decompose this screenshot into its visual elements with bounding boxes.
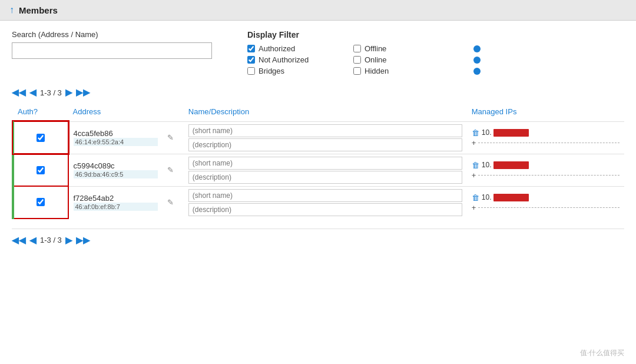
filter-checkbox-offline[interactable] <box>353 45 361 52</box>
pagination-last-arrow[interactable]: ▶▶ <box>76 87 90 98</box>
ip-add-button-1[interactable]: + <box>472 138 476 147</box>
filter-label-offline: Offline <box>365 44 386 53</box>
description-input-2[interactable] <box>188 171 462 184</box>
filter-label-hidden: Hidden <box>365 67 389 75</box>
filter-checkbox-hidden[interactable] <box>353 67 361 75</box>
pagination-range: 1-3 / 3 <box>40 88 62 97</box>
pagination-bottom-prev-arrow[interactable]: ◀ <box>29 235 37 246</box>
filter-checkbox-not-authorized[interactable] <box>247 56 255 64</box>
addr-cell-1: 4cca5feb86 46:14:e9:55:2a:4 <box>68 121 163 154</box>
trash-icon-2[interactable]: 🗑 <box>472 161 479 170</box>
trash-icon-3[interactable]: 🗑 <box>472 193 479 202</box>
edit-icon-3[interactable]: ✎ <box>167 198 174 207</box>
pagination-bottom: ◀◀ ◀ 1-3 / 3 ▶ ▶▶ <box>12 229 624 246</box>
display-filter-section: Display Filter Authorized Offline <box>247 30 624 75</box>
short-name-input-3[interactable] <box>188 189 462 202</box>
filter-item-online[interactable]: Online <box>353 55 459 64</box>
auth-checkbox-3[interactable] <box>37 198 45 206</box>
filter-item-hidden[interactable]: Hidden <box>353 67 459 75</box>
trash-icon-1[interactable]: 🗑 <box>472 128 479 137</box>
ip-row-1: 🗑 10. <box>472 128 620 137</box>
ip-value-2: 10. <box>482 161 492 169</box>
name-cell-1 <box>184 121 467 154</box>
auth-checkbox-wrap-2 <box>19 166 63 174</box>
pagination-top: ◀◀ ◀ 1-3 / 3 ▶ ▶▶ <box>12 87 624 98</box>
name-cell-2 <box>184 154 467 186</box>
filter-item-bridges[interactable]: Bridges <box>247 67 353 75</box>
auth-cell-2 <box>13 154 68 186</box>
ip-add-dots-3 <box>478 207 620 208</box>
pagination-prev-arrow[interactable]: ◀ <box>29 87 37 98</box>
ip-add-dots-1 <box>478 143 620 143</box>
header-up-arrow: ↑ <box>9 5 14 15</box>
ip-redacted-3 <box>493 194 529 201</box>
col-managed-ips: Managed IPs <box>467 105 624 121</box>
dot-2 <box>473 57 481 64</box>
pagination-bottom-range: 1-3 / 3 <box>40 236 62 244</box>
search-section: Search (Address / Name) <box>12 30 212 75</box>
addr-short-3: f728e54ab2 <box>74 194 158 203</box>
filter-checkbox-authorized[interactable] <box>247 45 255 52</box>
short-name-input-2[interactable] <box>188 157 462 170</box>
edit-icon-cell-2[interactable]: ✎ <box>163 154 184 186</box>
search-label: Search (Address / Name) <box>12 30 212 39</box>
ip-add-dots-2 <box>478 175 620 176</box>
edit-icon-cell-3[interactable]: ✎ <box>163 186 184 219</box>
ip-cell-1: 🗑 10. + <box>467 121 624 154</box>
ip-add-line-1: + <box>472 138 620 147</box>
edit-icon-1[interactable]: ✎ <box>167 133 174 142</box>
edit-icon-cell-1[interactable]: ✎ <box>163 121 184 154</box>
table-container: Auth? Address Name/Description Managed I… <box>12 105 624 219</box>
addr-cell-3: f728e54ab2 46:af:0b:ef:8b:7 <box>68 186 163 219</box>
members-table: Auth? Address Name/Description Managed I… <box>12 105 624 219</box>
filter-item-offline[interactable]: Offline <box>353 44 459 53</box>
col-namedesc: Name/Description <box>184 105 467 121</box>
ip-cell-3: 🗑 10. + <box>467 186 624 219</box>
ip-row-2: 🗑 10. <box>472 161 620 170</box>
table-row: c5994c089c 46:9d:ba:46:c9:5 ✎ <box>13 154 624 186</box>
filter-checkbox-online[interactable] <box>353 56 361 64</box>
auth-checkbox-1[interactable] <box>37 134 45 142</box>
auth-checkbox-2[interactable] <box>37 166 45 174</box>
page-title: Members <box>19 5 58 15</box>
filter-grid: Authorized Offline Not Authorized <box>247 44 624 75</box>
ip-redacted-2 <box>493 161 529 169</box>
edit-icon-2[interactable]: ✎ <box>167 166 174 174</box>
pagination-bottom-next-arrow[interactable]: ▶ <box>65 235 72 246</box>
col-auth: Auth? <box>13 105 68 121</box>
table-body: 4cca5feb86 46:14:e9:55:2a:4 ✎ <box>13 121 624 219</box>
filter-checkbox-bridges[interactable] <box>247 67 255 75</box>
addr-short-2: c5994c089c <box>74 161 158 170</box>
auth-checkbox-wrap-1 <box>19 134 63 142</box>
name-inputs-1 <box>188 124 462 151</box>
pagination-first-arrow[interactable]: ◀◀ <box>12 87 26 98</box>
pagination-bottom-last-arrow[interactable]: ▶▶ <box>76 235 90 246</box>
description-input-1[interactable] <box>188 138 462 151</box>
dot-3 <box>473 68 481 75</box>
col-address: Address <box>68 105 163 121</box>
dot-1 <box>473 45 481 52</box>
pagination-next-arrow[interactable]: ▶ <box>65 87 72 98</box>
short-name-input-1[interactable] <box>188 124 462 137</box>
filter-item-authorized[interactable]: Authorized <box>247 44 353 53</box>
auth-cell-3 <box>13 186 68 219</box>
filter-label-not-authorized: Not Authorized <box>259 55 309 64</box>
table-row: f728e54ab2 46:af:0b:ef:8b:7 ✎ <box>13 186 624 219</box>
ip-add-button-2[interactable]: + <box>472 171 476 180</box>
main-content: Search (Address / Name) Display Filter A… <box>0 21 636 255</box>
auth-cell-1 <box>13 121 68 154</box>
header-bar: ↑ Members <box>0 0 636 21</box>
ip-add-line-2: + <box>472 171 620 180</box>
watermark: 值·什么值得买 <box>580 348 624 358</box>
ip-cell-2: 🗑 10. + <box>467 154 624 186</box>
addr-long-2: 46:9d:ba:46:c9:5 <box>74 170 158 178</box>
name-inputs-2 <box>188 157 462 184</box>
name-inputs-3 <box>188 189 462 216</box>
addr-cell-2: c5994c089c 46:9d:ba:46:c9:5 <box>68 154 163 186</box>
description-input-3[interactable] <box>188 203 462 216</box>
filter-item-not-authorized[interactable]: Not Authorized <box>247 55 353 64</box>
search-input[interactable] <box>12 42 212 59</box>
col-edit-spacer <box>163 105 184 121</box>
ip-add-button-3[interactable]: + <box>472 203 476 212</box>
pagination-bottom-first-arrow[interactable]: ◀◀ <box>12 235 26 246</box>
